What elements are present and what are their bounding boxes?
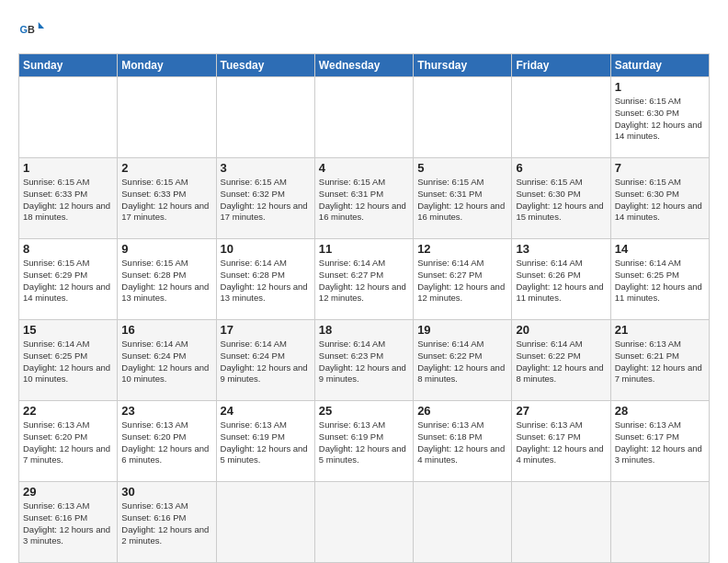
- day-number: 11: [319, 242, 409, 256]
- day-info: Sunrise: 6:13 AMSunset: 6:17 PMDaylight:…: [615, 419, 705, 466]
- day-number: 10: [221, 242, 311, 256]
- calendar-cell: [414, 77, 512, 158]
- day-info: Sunrise: 6:15 AMSunset: 6:32 PMDaylight:…: [221, 177, 311, 224]
- calendar-week-2: 8Sunrise: 6:15 AMSunset: 6:29 PMDaylight…: [19, 239, 710, 320]
- calendar-cell: 29Sunrise: 6:13 AMSunset: 6:16 PMDayligh…: [19, 482, 118, 563]
- day-info: Sunrise: 6:14 AMSunset: 6:27 PMDaylight:…: [319, 258, 409, 304]
- day-number: 4: [319, 161, 409, 175]
- calendar-cell: 14Sunrise: 6:14 AMSunset: 6:25 PMDayligh…: [610, 239, 709, 320]
- calendar-cell: [314, 77, 413, 158]
- day-number: 17: [221, 323, 311, 337]
- day-info: Sunrise: 6:15 AMSunset: 6:28 PMDaylight:…: [121, 258, 211, 304]
- calendar-cell: [610, 482, 709, 563]
- day-info: Sunrise: 6:15 AMSunset: 6:29 PMDaylight:…: [23, 258, 113, 304]
- day-number: 19: [417, 323, 507, 337]
- day-info: Sunrise: 6:15 AMSunset: 6:30 PMDaylight:…: [615, 177, 705, 224]
- calendar-cell: 30Sunrise: 6:13 AMSunset: 6:16 PMDayligh…: [118, 482, 216, 563]
- svg-text:G: G: [20, 24, 28, 35]
- calendar-cell: 6Sunrise: 6:15 AMSunset: 6:30 PMDaylight…: [512, 158, 610, 239]
- day-number: 24: [221, 404, 311, 418]
- logo-icon: G B: [18, 18, 44, 44]
- day-number: 12: [417, 242, 507, 256]
- calendar-cell: 21Sunrise: 6:13 AMSunset: 6:21 PMDayligh…: [610, 320, 709, 401]
- calendar-cell: 13Sunrise: 6:14 AMSunset: 6:26 PMDayligh…: [512, 239, 610, 320]
- day-info: Sunrise: 6:15 AMSunset: 6:30 PMDaylight:…: [516, 177, 606, 224]
- day-number: 26: [417, 404, 507, 418]
- calendar-cell: 5Sunrise: 6:15 AMSunset: 6:31 PMDaylight…: [414, 158, 512, 239]
- calendar-cell: [216, 77, 314, 158]
- calendar-cell: 20Sunrise: 6:14 AMSunset: 6:22 PMDayligh…: [512, 320, 610, 401]
- day-number: 23: [121, 404, 211, 418]
- day-number: 21: [615, 323, 705, 337]
- day-info: Sunrise: 6:13 AMSunset: 6:20 PMDaylight:…: [121, 419, 211, 466]
- calendar-cell: 16Sunrise: 6:14 AMSunset: 6:24 PMDayligh…: [118, 320, 216, 401]
- day-info: Sunrise: 6:15 AMSunset: 6:33 PMDaylight:…: [121, 177, 211, 224]
- day-info: Sunrise: 6:14 AMSunset: 6:27 PMDaylight:…: [417, 258, 507, 304]
- day-number: 2: [121, 161, 211, 175]
- day-info: Sunrise: 6:14 AMSunset: 6:25 PMDaylight:…: [615, 258, 705, 304]
- calendar-cell: 1Sunrise: 6:15 AMSunset: 6:33 PMDaylight…: [19, 158, 118, 239]
- calendar-cell: 3Sunrise: 6:15 AMSunset: 6:32 PMDaylight…: [216, 158, 314, 239]
- calendar-cell: [118, 77, 216, 158]
- day-info: Sunrise: 6:13 AMSunset: 6:16 PMDaylight:…: [121, 500, 211, 547]
- day-info: Sunrise: 6:13 AMSunset: 6:20 PMDaylight:…: [23, 419, 113, 466]
- calendar-cell: 4Sunrise: 6:15 AMSunset: 6:31 PMDaylight…: [314, 158, 413, 239]
- day-header-wednesday: Wednesday: [314, 54, 413, 77]
- day-number: 16: [121, 323, 211, 337]
- day-number: 1: [23, 161, 113, 175]
- day-info: Sunrise: 6:15 AMSunset: 6:31 PMDaylight:…: [417, 177, 507, 224]
- page-header: G B: [18, 18, 710, 44]
- calendar-table: SundayMondayTuesdayWednesdayThursdayFrid…: [18, 53, 710, 563]
- calendar-header-row: SundayMondayTuesdayWednesdayThursdayFrid…: [19, 54, 710, 77]
- calendar-cell: 19Sunrise: 6:14 AMSunset: 6:22 PMDayligh…: [414, 320, 512, 401]
- calendar-cell: 23Sunrise: 6:13 AMSunset: 6:20 PMDayligh…: [118, 401, 216, 482]
- day-info: Sunrise: 6:14 AMSunset: 6:28 PMDaylight:…: [221, 258, 311, 304]
- day-info: Sunrise: 6:14 AMSunset: 6:22 PMDaylight:…: [417, 339, 507, 385]
- day-info: Sunrise: 6:15 AMSunset: 6:30 PMDaylight:…: [615, 96, 705, 143]
- day-number: 28: [615, 404, 705, 418]
- day-number: 14: [615, 242, 705, 256]
- day-info: Sunrise: 6:14 AMSunset: 6:22 PMDaylight:…: [516, 339, 606, 385]
- day-number: 8: [23, 242, 113, 256]
- calendar-cell: 25Sunrise: 6:13 AMSunset: 6:19 PMDayligh…: [314, 401, 413, 482]
- day-info: Sunrise: 6:14 AMSunset: 6:26 PMDaylight:…: [516, 258, 606, 304]
- day-number: 7: [615, 161, 705, 175]
- day-number: 25: [319, 404, 409, 418]
- calendar-cell: [19, 77, 118, 158]
- day-info: Sunrise: 6:13 AMSunset: 6:19 PMDaylight:…: [319, 419, 409, 466]
- day-number: 20: [516, 323, 606, 337]
- calendar-week-5: 29Sunrise: 6:13 AMSunset: 6:16 PMDayligh…: [19, 482, 710, 563]
- calendar-cell: 24Sunrise: 6:13 AMSunset: 6:19 PMDayligh…: [216, 401, 314, 482]
- day-number: 22: [23, 404, 113, 418]
- calendar-week-4: 22Sunrise: 6:13 AMSunset: 6:20 PMDayligh…: [19, 401, 710, 482]
- calendar-week-0: 1Sunrise: 6:15 AMSunset: 6:30 PMDaylight…: [19, 77, 710, 158]
- calendar-cell: [216, 482, 314, 563]
- calendar-cell: 7Sunrise: 6:15 AMSunset: 6:30 PMDaylight…: [610, 158, 709, 239]
- calendar-cell: [512, 482, 610, 563]
- day-number: 18: [319, 323, 409, 337]
- day-info: Sunrise: 6:14 AMSunset: 6:24 PMDaylight:…: [221, 339, 311, 385]
- day-info: Sunrise: 6:13 AMSunset: 6:18 PMDaylight:…: [417, 419, 507, 466]
- day-number: 9: [121, 242, 211, 256]
- day-info: Sunrise: 6:13 AMSunset: 6:16 PMDaylight:…: [23, 500, 113, 547]
- day-number: 6: [516, 161, 606, 175]
- calendar-cell: 18Sunrise: 6:14 AMSunset: 6:23 PMDayligh…: [314, 320, 413, 401]
- day-info: Sunrise: 6:13 AMSunset: 6:21 PMDaylight:…: [615, 339, 705, 385]
- calendar-cell: 17Sunrise: 6:14 AMSunset: 6:24 PMDayligh…: [216, 320, 314, 401]
- calendar-cell: 27Sunrise: 6:13 AMSunset: 6:17 PMDayligh…: [512, 401, 610, 482]
- day-number: 30: [121, 485, 211, 499]
- day-info: Sunrise: 6:14 AMSunset: 6:24 PMDaylight:…: [121, 339, 211, 385]
- calendar-cell: 1Sunrise: 6:15 AMSunset: 6:30 PMDaylight…: [610, 77, 709, 158]
- calendar-week-3: 15Sunrise: 6:14 AMSunset: 6:25 PMDayligh…: [19, 320, 710, 401]
- svg-marker-2: [39, 22, 44, 29]
- day-info: Sunrise: 6:13 AMSunset: 6:19 PMDaylight:…: [221, 419, 311, 466]
- day-info: Sunrise: 6:14 AMSunset: 6:23 PMDaylight:…: [319, 339, 409, 385]
- calendar-cell: [512, 77, 610, 158]
- day-header-thursday: Thursday: [414, 54, 512, 77]
- calendar-cell: 28Sunrise: 6:13 AMSunset: 6:17 PMDayligh…: [610, 401, 709, 482]
- calendar-cell: [414, 482, 512, 563]
- day-header-monday: Monday: [118, 54, 216, 77]
- day-info: Sunrise: 6:14 AMSunset: 6:25 PMDaylight:…: [23, 339, 113, 385]
- day-info: Sunrise: 6:13 AMSunset: 6:17 PMDaylight:…: [516, 419, 606, 466]
- day-number: 3: [221, 161, 311, 175]
